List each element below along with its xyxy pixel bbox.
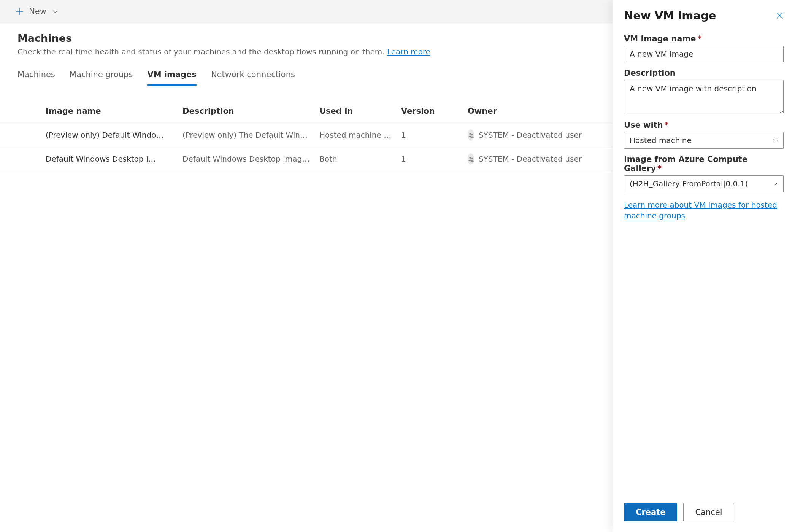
field-label: Description xyxy=(624,68,784,78)
cell-used-in: Both xyxy=(319,154,401,164)
svg-point-3 xyxy=(471,134,473,135)
col-header-image-name[interactable]: Image name xyxy=(46,106,182,116)
cell-version: 1 xyxy=(401,154,468,164)
field-label: VM image name* xyxy=(624,34,784,43)
field-label: Image from Azure Compute Gallery* xyxy=(624,155,784,173)
cell-owner: SYSTEM - Deactivated user xyxy=(468,153,589,165)
tab-machines[interactable]: Machines xyxy=(17,70,55,86)
svg-point-5 xyxy=(471,158,473,159)
tab-machine-groups[interactable]: Machine groups xyxy=(70,70,133,86)
user-icon xyxy=(468,153,474,165)
chevron-down-icon xyxy=(52,8,59,15)
col-header-used-in[interactable]: Used in xyxy=(319,106,401,116)
new-vm-image-panel: New VM image VM image name* Description … xyxy=(613,0,795,532)
panel-body: VM image name* Description Use with* Ima… xyxy=(613,26,795,495)
col-header-owner[interactable]: Owner xyxy=(468,106,589,116)
new-button-label: New xyxy=(29,7,46,16)
field-azure-gallery: Image from Azure Compute Gallery* xyxy=(624,155,784,192)
col-header-version[interactable]: Version xyxy=(401,106,468,116)
svg-point-2 xyxy=(469,133,471,135)
close-icon[interactable] xyxy=(776,12,784,19)
create-button[interactable]: Create xyxy=(624,503,677,521)
cell-image-name: (Preview only) Default Windo… xyxy=(46,130,182,140)
description-input[interactable] xyxy=(624,80,784,113)
azure-gallery-select[interactable] xyxy=(624,175,784,192)
cell-used-in: Hosted machine group xyxy=(319,130,401,140)
user-icon xyxy=(468,129,474,141)
new-button[interactable]: New xyxy=(15,7,59,16)
plus-icon xyxy=(15,7,24,16)
use-with-select[interactable] xyxy=(624,132,784,149)
svg-point-4 xyxy=(469,157,471,159)
cell-version: 1 xyxy=(401,130,468,140)
cell-owner: SYSTEM - Deactivated user xyxy=(468,129,589,141)
panel-title: New VM image xyxy=(624,9,716,22)
cell-description: Default Windows Desktop Image for use i… xyxy=(182,154,319,164)
learn-more-vm-images-link[interactable]: Learn more about VM images for hosted ma… xyxy=(624,200,784,221)
field-use-with: Use with* xyxy=(624,121,784,149)
tab-network-connections[interactable]: Network connections xyxy=(211,70,295,86)
tab-vm-images[interactable]: VM images xyxy=(147,70,197,86)
col-header-description[interactable]: Description xyxy=(182,106,319,116)
learn-more-link[interactable]: Learn more xyxy=(387,47,430,56)
cell-image-name: Default Windows Desktop I… xyxy=(46,154,182,164)
vm-image-name-input[interactable] xyxy=(624,46,784,62)
owner-name: SYSTEM - Deactivated user xyxy=(479,154,582,164)
cell-description: (Preview only) The Default Windows Desk… xyxy=(182,130,319,140)
field-description: Description xyxy=(624,68,784,114)
field-label: Use with* xyxy=(624,121,784,130)
cancel-button[interactable]: Cancel xyxy=(683,503,734,521)
field-vm-image-name: VM image name* xyxy=(624,34,784,62)
panel-footer: Create Cancel xyxy=(613,495,795,532)
owner-name: SYSTEM - Deactivated user xyxy=(479,130,582,140)
panel-header: New VM image xyxy=(613,0,795,26)
